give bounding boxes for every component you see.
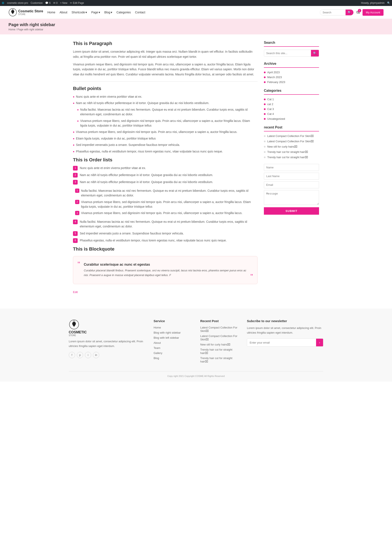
bullet-list: ■ Nunc quis ante et enim viverra porttit… bbox=[73, 94, 258, 154]
service-link-gallery[interactable]: Gallery bbox=[153, 351, 162, 355]
footer-post-link[interactable]: Latest Compact Collection For Skin⌧ bbox=[200, 326, 237, 333]
logo-text-block: Cosmetic Store STORE bbox=[18, 9, 43, 15]
service-link-about[interactable]: About bbox=[153, 341, 161, 344]
admin-bar-customize[interactable]: Customize bbox=[31, 1, 43, 4]
sidebar-search: 🔍 bbox=[264, 50, 319, 57]
recent-post-item[interactable]: Latest Compact Collection For Skin⌧ bbox=[264, 140, 319, 143]
form-name-input[interactable] bbox=[264, 164, 319, 171]
recent-post-item[interactable]: Trendy hair cut for straight hair⌧ bbox=[264, 150, 319, 154]
search-button[interactable]: 🔍 bbox=[345, 10, 353, 15]
my-account-button[interactable]: My Account bbox=[363, 9, 384, 16]
order-number: 6 bbox=[73, 238, 78, 243]
content-area: This is Paragraph Lorem ipsum dolor sit … bbox=[73, 41, 258, 294]
pinterest-icon[interactable]: p bbox=[77, 352, 83, 358]
admin-bar-wp[interactable]: ⚙ bbox=[2, 1, 4, 5]
order-number: 4 bbox=[73, 219, 78, 224]
recent-posts-widget-title: recent Post bbox=[264, 125, 319, 131]
admin-bar-new[interactable]: + New bbox=[60, 1, 67, 4]
recent-post-dot-icon bbox=[264, 151, 266, 153]
cart-icon[interactable]: 🛍 1 bbox=[356, 10, 360, 15]
quote-close-icon: " bbox=[250, 273, 253, 280]
order-number: 5 bbox=[73, 231, 78, 236]
site-header: Cosmetic Store STORE Home About Shortcod… bbox=[0, 6, 392, 19]
service-link-blog-right[interactable]: Blog with right sidebar bbox=[153, 331, 181, 334]
admin-bar-comments[interactable]: 💬 6 bbox=[45, 1, 51, 4]
list-item: 3 Vivamus pretium neque libero, sed dign… bbox=[75, 211, 258, 215]
newsletter-description: Lorem ipsum dolor sit amet, consectetur … bbox=[247, 326, 323, 335]
site-footer: COSMETIC STORE Lorem ipsum dolor sit ame… bbox=[0, 308, 392, 382]
admin-bar: ⚙ cosmetic-store-pro Customize 💬 6 ✉ 0 +… bbox=[0, 0, 392, 6]
footer-post-link[interactable]: New oill for curly hairs⌧ bbox=[200, 343, 230, 346]
service-link-team[interactable]: Team bbox=[153, 346, 160, 349]
edit-link[interactable]: Edit bbox=[73, 290, 78, 294]
newsletter-submit-button[interactable]: › bbox=[316, 339, 323, 346]
recent-post-item[interactable]: Latest Compact Collection For Skin⌧ bbox=[264, 134, 319, 138]
order-number: 2 bbox=[73, 173, 78, 178]
archive-dot-icon bbox=[264, 76, 266, 78]
list-item: Team bbox=[153, 346, 192, 349]
admin-search-icon[interactable]: 🔍 bbox=[387, 1, 390, 4]
category-item[interactable]: Uncategorized bbox=[264, 117, 319, 120]
logo-icon bbox=[8, 8, 17, 17]
nav-page[interactable]: Page ▾ bbox=[91, 11, 100, 14]
category-dot-icon bbox=[264, 113, 266, 115]
list-item: About bbox=[153, 341, 192, 344]
category-item[interactable]: cat 2 bbox=[264, 103, 319, 106]
admin-howdy: Howdy, phpmyadmin bbox=[361, 1, 385, 4]
admin-bar-messages[interactable]: ✉ 0 bbox=[53, 1, 58, 4]
service-link-blog-left[interactable]: Blog with left sidebar bbox=[153, 336, 179, 339]
recent-post-label: Trendy hair cut for straight hair⌧ bbox=[267, 150, 308, 154]
bullet-icon: ■ bbox=[73, 130, 74, 134]
blog-dropdown-icon: ▾ bbox=[111, 11, 112, 14]
nav-about[interactable]: About bbox=[60, 11, 67, 14]
sidebar-search-button[interactable]: 🔍 bbox=[311, 50, 319, 56]
archive-item[interactable]: April 2023 bbox=[264, 71, 319, 74]
category-item[interactable]: Cat 1 bbox=[264, 98, 319, 101]
nav-home[interactable]: Home bbox=[47, 11, 55, 14]
recent-post-item[interactable]: Trendy hair cut for straight hair⌧ bbox=[264, 156, 319, 159]
search-input[interactable] bbox=[320, 10, 345, 15]
nav-contact[interactable]: Contact bbox=[135, 11, 145, 14]
sidebar-recent-posts-widget: recent Post Latest Compact Collection Fo… bbox=[264, 125, 319, 159]
sidebar: Search 🔍 Archive April 2023 March 2023 F bbox=[264, 41, 319, 294]
form-email-input[interactable] bbox=[264, 181, 319, 188]
category-item[interactable]: Cat 4 bbox=[264, 112, 319, 116]
list-item: 2 Vivamus pretium neque libero, sed dign… bbox=[75, 200, 258, 209]
nav-blog[interactable]: Blog ▾ bbox=[104, 11, 112, 14]
bullet-icon: ■ bbox=[73, 150, 74, 153]
service-links: Home Blog with right sidebar Blog with l… bbox=[153, 326, 192, 360]
admin-bar-site[interactable]: cosmetic-store-pro bbox=[7, 1, 28, 4]
footer-post-link[interactable]: Trendy hair cut for straight hair⌧ bbox=[200, 348, 232, 355]
sidebar-contact-form-widget: SUBMIT bbox=[264, 164, 319, 215]
cart-badge: 1 bbox=[358, 9, 361, 12]
archive-dot-icon bbox=[264, 81, 266, 83]
footer-post-link[interactable]: Latest Compact Collection For Skin⌧ bbox=[200, 335, 237, 341]
footer-post-link[interactable]: Trendy hair cut for straight hair⌧ bbox=[200, 356, 232, 363]
bullet-icon: ■ bbox=[73, 95, 74, 99]
service-link-blog[interactable]: Blog bbox=[153, 356, 159, 360]
recent-post-item[interactable]: New oill for curly hairs⌧ bbox=[264, 145, 319, 148]
recent-post-label: New oill for curly hairs⌧ bbox=[267, 145, 297, 148]
category-dot-icon bbox=[264, 118, 266, 120]
form-lastname-input[interactable] bbox=[264, 173, 319, 180]
archive-item[interactable]: March 2023 bbox=[264, 75, 319, 79]
list-item: Gallery bbox=[153, 351, 192, 355]
service-link-home[interactable]: Home bbox=[153, 326, 161, 329]
linkedin-icon[interactable]: in bbox=[93, 352, 99, 358]
list-item: ■ Phasellus egestas, nulla et vestibulum… bbox=[73, 149, 258, 154]
breadcrumb-home[interactable]: Home bbox=[8, 28, 15, 31]
arrow-right-icon: › bbox=[319, 341, 320, 344]
admin-bar-edit-page[interactable]: ✏ Edit Page bbox=[70, 1, 84, 4]
nav-shortcode[interactable]: Shortcode ▾ bbox=[72, 11, 87, 14]
instagram-icon[interactable]: i bbox=[85, 352, 91, 358]
nav-categories[interactable]: Categories bbox=[116, 11, 131, 14]
form-message-input[interactable] bbox=[264, 190, 319, 205]
site-logo[interactable]: Cosmetic Store STORE bbox=[8, 8, 43, 17]
facebook-icon[interactable]: f bbox=[69, 352, 75, 358]
category-item[interactable]: Cat 3 bbox=[264, 108, 319, 111]
newsletter-email-input[interactable] bbox=[247, 339, 316, 346]
sidebar-search-input[interactable] bbox=[264, 50, 311, 56]
submit-button[interactable]: SUBMIT bbox=[264, 207, 319, 215]
archive-item[interactable]: February 2023 bbox=[264, 81, 319, 84]
main-nav: Home About Shortcode ▾ Page ▾ Blog ▾ Cat… bbox=[47, 11, 315, 14]
